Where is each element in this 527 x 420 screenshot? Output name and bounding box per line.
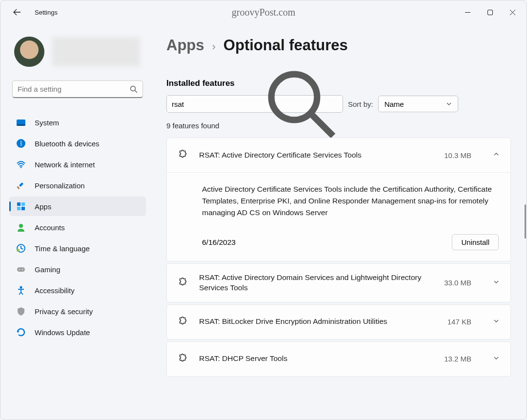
user-profile[interactable]: [9, 24, 146, 80]
feature-item: RSAT: DHCP Server Tools 13.2 MB: [166, 341, 511, 377]
breadcrumb: Apps › Optional features: [166, 37, 511, 54]
feature-name: RSAT: Active Directory Domain Services a…: [199, 273, 427, 293]
sidebar-item-privacy[interactable]: Privacy & security: [9, 301, 146, 321]
scrollbar-thumb[interactable]: [525, 204, 526, 239]
feature-name: RSAT: BitLocker Drive Encryption Adminis…: [199, 317, 431, 327]
sidebar-item-label: Accounts: [35, 223, 65, 232]
svg-rect-10: [17, 207, 20, 210]
sidebar-item-bluetooth[interactable]: ᛒBluetooth & devices: [9, 134, 146, 153]
feature-item: RSAT: Active Directory Domain Services a…: [166, 263, 511, 302]
search-icon: [130, 85, 138, 93]
maximize-button[interactable]: [479, 4, 501, 20]
sidebar-item-label: Network & internet: [35, 160, 95, 169]
feature-install-date: 6/16/2023: [202, 238, 236, 247]
minimize-button[interactable]: [456, 4, 479, 20]
feature-size: 10.3 MB: [444, 151, 471, 160]
feature-size: 13.2 MB: [444, 355, 471, 363]
watermark-text: groovyPost.com: [232, 7, 296, 18]
svg-rect-1: [487, 10, 492, 15]
chevron-up-icon: [482, 151, 500, 160]
svg-point-16: [19, 269, 20, 270]
sidebar-item-label: Time & language: [35, 244, 90, 253]
svg-point-14: [17, 249, 20, 252]
puzzle-icon: [178, 149, 188, 161]
user-info-redacted: [52, 37, 140, 66]
svg-rect-7: [17, 186, 20, 189]
main-content: Apps › Optional features Installed featu…: [152, 24, 527, 420]
sidebar-item-apps[interactable]: Apps: [9, 197, 146, 216]
sidebar-item-label: Personalization: [35, 181, 85, 190]
feature-name: RSAT: Active Directory Certificate Servi…: [199, 150, 427, 160]
feature-item: RSAT: BitLocker Drive Encryption Adminis…: [166, 304, 511, 340]
sidebar-item-label: Bluetooth & devices: [35, 140, 100, 148]
feature-item: RSAT: Active Directory Certificate Servi…: [166, 138, 511, 261]
search-input[interactable]: [18, 85, 130, 93]
sort-dropdown[interactable]: Name: [378, 96, 458, 112]
breadcrumb-current: Optional features: [223, 37, 348, 54]
features-search-input[interactable]: [172, 100, 264, 108]
sidebar-item-system[interactable]: System: [9, 113, 146, 132]
sidebar-item-personalize[interactable]: Personalization: [9, 176, 146, 195]
sidebar: SystemᛒBluetooth & devicesNetwork & inte…: [0, 24, 152, 420]
svg-rect-8: [17, 202, 20, 206]
feature-size: 33.0 MB: [444, 279, 471, 287]
breadcrumb-parent[interactable]: Apps: [166, 37, 204, 54]
nav: SystemᛒBluetooth & devicesNetwork & inte…: [9, 113, 146, 420]
uninstall-button[interactable]: Uninstall: [452, 234, 499, 250]
sidebar-item-network[interactable]: Network & internet: [9, 155, 146, 174]
svg-point-17: [22, 269, 23, 270]
svg-point-6: [20, 167, 22, 168]
result-count: 9 features found: [166, 121, 511, 130]
window-controls: [456, 4, 524, 20]
sidebar-item-label: Accessibility: [35, 286, 75, 295]
sidebar-item-label: Apps: [35, 202, 51, 211]
network-icon: [16, 160, 26, 169]
sidebar-item-update[interactable]: Windows Update: [9, 322, 146, 342]
sidebar-item-label: Privacy & security: [35, 307, 93, 316]
chevron-down-icon: [482, 355, 500, 363]
sort-value: Name: [385, 100, 404, 108]
sidebar-item-label: Gaming: [35, 265, 61, 274]
breadcrumb-separator: ›: [212, 40, 216, 53]
feature-header[interactable]: RSAT: BitLocker Drive Encryption Adminis…: [167, 305, 510, 339]
svg-rect-11: [21, 207, 25, 210]
feature-list: RSAT: Active Directory Certificate Servi…: [166, 138, 511, 386]
update-icon: [16, 327, 26, 337]
sidebar-item-time[interactable]: Time & language: [9, 239, 146, 258]
sidebar-item-gaming[interactable]: Gaming: [9, 260, 146, 279]
chevron-down-icon: [446, 101, 452, 107]
gaming-icon: [16, 264, 26, 274]
privacy-icon: [16, 306, 26, 316]
chevron-down-icon: [482, 279, 500, 287]
settings-search[interactable]: [12, 80, 143, 98]
filter-row: Sort by: Name: [166, 95, 511, 113]
sidebar-item-label: System: [35, 119, 59, 127]
svg-point-18: [20, 286, 22, 289]
back-button[interactable]: [7, 2, 27, 22]
feature-header[interactable]: RSAT: DHCP Server Tools 13.2 MB: [167, 342, 510, 376]
svg-rect-15: [17, 267, 25, 272]
features-search-box[interactable]: [166, 95, 343, 113]
puzzle-icon: [178, 353, 188, 365]
feature-description: Active Directory Certificate Services To…: [202, 183, 499, 219]
svg-point-4: [131, 86, 136, 91]
svg-line-20: [312, 115, 333, 136]
personalize-icon: [16, 180, 26, 190]
svg-point-19: [271, 74, 317, 120]
feature-header[interactable]: RSAT: Active Directory Certificate Servi…: [167, 138, 510, 172]
sidebar-item-accounts[interactable]: Accounts: [9, 218, 146, 237]
puzzle-icon: [178, 277, 188, 289]
sort-label: Sort by:: [348, 100, 373, 108]
feature-size: 147 KB: [447, 318, 471, 326]
time-icon: [16, 243, 26, 253]
feature-header[interactable]: RSAT: Active Directory Domain Services a…: [167, 264, 510, 302]
app-title: Settings: [35, 9, 58, 16]
close-button[interactable]: [501, 4, 524, 20]
feature-name: RSAT: DHCP Server Tools: [199, 354, 427, 364]
accessibility-icon: [16, 285, 26, 295]
svg-rect-9: [21, 202, 25, 206]
sidebar-item-accessibility[interactable]: Accessibility: [9, 280, 146, 300]
chevron-down-icon: [482, 318, 500, 326]
system-icon: [16, 118, 26, 127]
bluetooth-icon: ᛒ: [16, 139, 26, 148]
